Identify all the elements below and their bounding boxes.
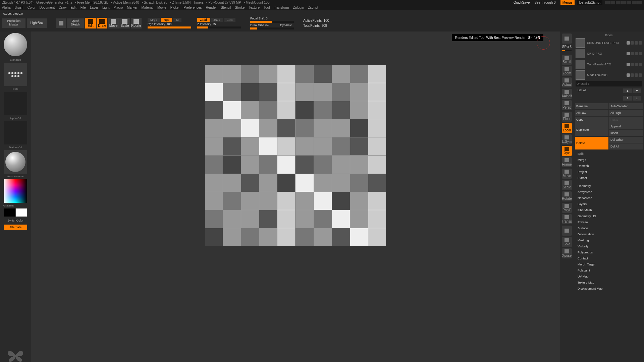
rotate-button[interactable]: Rotate: [562, 191, 572, 201]
zsub-button[interactable]: Zsub: [211, 18, 223, 22]
subtool-toggles[interactable]: [627, 41, 642, 45]
move-bottom-icon[interactable]: ⤓: [633, 96, 641, 101]
draw-size-slider[interactable]: [250, 27, 294, 29]
z-intensity-slider[interactable]: [197, 26, 241, 28]
panel-deformation[interactable]: Deformation: [575, 231, 643, 237]
insert-button[interactable]: Insert: [609, 130, 643, 136]
project-button[interactable]: Project: [575, 169, 643, 175]
list-all-button[interactable]: List All: [576, 88, 586, 93]
menu-picker[interactable]: Picker: [170, 6, 180, 9]
draw-size-value[interactable]: 64: [265, 23, 269, 27]
actual-button[interactable]: Actual: [562, 77, 572, 87]
menu-document[interactable]: Document: [40, 6, 55, 9]
see-through-slider[interactable]: See-through 0: [534, 1, 555, 4]
subtool-row[interactable]: GRID-PRO: [575, 48, 643, 59]
stroke-thumbnail[interactable]: [4, 63, 27, 86]
rotate-button[interactable]: Rotate: [131, 18, 142, 28]
menu-zscript[interactable]: Zscript: [308, 6, 318, 9]
aahalf-button[interactable]: AAHalf: [562, 89, 572, 99]
xyz-button[interactable]: Xyz: [562, 146, 572, 156]
window-icon[interactable]: [627, 1, 631, 4]
extract-button[interactable]: Extract: [575, 175, 643, 181]
menu-brush[interactable]: Brush: [15, 6, 23, 9]
move-up-icon[interactable]: ▲: [623, 88, 632, 93]
rgb-intensity-value[interactable]: 100: [167, 22, 172, 26]
menu-alpha[interactable]: Alpha: [2, 6, 11, 9]
duplicate-button[interactable]: Duplicate: [575, 123, 608, 136]
menu-file[interactable]: File: [80, 6, 86, 9]
panel-layers[interactable]: Layers: [575, 201, 643, 207]
delete-button[interactable]: Delete: [575, 137, 608, 149]
menu-stencil[interactable]: Stencil: [221, 6, 231, 9]
panel-geometry-hd[interactable]: Geometry HD: [575, 213, 643, 219]
zadd-button[interactable]: Zadd: [197, 18, 210, 22]
menu-zplugin[interactable]: Zplugin: [293, 6, 304, 9]
panel-masking[interactable]: Masking: [575, 237, 643, 243]
del-other-button[interactable]: Del Other: [609, 137, 643, 143]
focal-shift-value[interactable]: 0: [266, 17, 268, 20]
merge-button[interactable]: Merge: [575, 157, 643, 163]
move-top-icon[interactable]: ⤒: [623, 96, 632, 101]
menu-stroke[interactable]: Stroke: [235, 6, 245, 9]
material-thumbnail[interactable]: [4, 150, 27, 174]
window-icon[interactable]: [621, 1, 626, 4]
move-button[interactable]: Move: [562, 169, 572, 179]
window-icon[interactable]: [616, 1, 621, 4]
panel-fibermesh[interactable]: FiberMesh: [575, 207, 643, 213]
panel-polypaint[interactable]: Polypaint: [575, 267, 643, 274]
paste-button[interactable]: Paste: [609, 117, 643, 123]
menus-toggle[interactable]: Menus: [560, 0, 575, 5]
remesh-button[interactable]: Remesh: [575, 163, 643, 169]
move-down-icon[interactable]: ▼: [633, 88, 641, 93]
copy-button[interactable]: Copy: [575, 117, 608, 123]
menu-edit[interactable]: Edit: [71, 6, 76, 9]
lightbox-button[interactable]: LightBox: [27, 18, 47, 28]
rgb-intensity-slider[interactable]: [148, 26, 191, 28]
menu-material[interactable]: Material: [142, 6, 154, 9]
autoreorder-button[interactable]: AutoReorder: [609, 103, 643, 109]
spix-label[interactable]: SPix 3: [562, 45, 572, 49]
solo-button[interactable]: Solo: [562, 237, 572, 247]
scale-button[interactable]: Scale: [562, 180, 572, 190]
spix-slider[interactable]: [562, 50, 572, 51]
panel-geometry[interactable]: Geometry: [575, 183, 643, 189]
panel-polygroups[interactable]: Polygroups: [575, 249, 643, 255]
menu-light[interactable]: Light: [102, 6, 110, 9]
mrgb-button[interactable]: Mrgb: [148, 18, 160, 22]
color-picker[interactable]: [4, 179, 27, 203]
rgb-button[interactable]: Rgb: [161, 18, 172, 22]
subtool-toggles[interactable]: [627, 73, 642, 77]
persp-button[interactable]: Persp: [562, 100, 572, 110]
frame-button[interactable]: Frame: [562, 157, 572, 167]
menu-transform[interactable]: Transform: [274, 6, 289, 9]
menu-render[interactable]: Render: [206, 6, 217, 9]
primary-color-swatch[interactable]: [16, 208, 27, 217]
projection-master-button[interactable]: Projection Master: [2, 18, 25, 28]
window-icon[interactable]: [632, 1, 637, 4]
sketch-icon[interactable]: [56, 18, 66, 28]
dynamic-label[interactable]: Dynamic: [280, 23, 292, 27]
edit-button[interactable]: Edit: [85, 18, 96, 28]
brush-thumbnail[interactable]: [4, 33, 27, 56]
all-high-button[interactable]: All High: [609, 110, 643, 116]
panel-uv-map[interactable]: UV Map: [575, 274, 643, 280]
xpose-button[interactable]: Xpose: [562, 248, 572, 258]
rename-button[interactable]: Rename: [575, 103, 608, 109]
zcut-button[interactable]: Zcut: [224, 18, 236, 22]
subtool-toggles[interactable]: [627, 52, 642, 55]
menu-movie[interactable]: Movie: [157, 6, 166, 9]
switch-color-button[interactable]: SwitchColor: [4, 218, 27, 223]
scale-button[interactable]: Scale: [119, 18, 130, 28]
window-icon[interactable]: [610, 1, 615, 4]
zoom-button[interactable]: Zoom: [562, 66, 572, 76]
panel-nanomesh[interactable]: NanoMesh: [575, 195, 643, 201]
alpha-thumbnail[interactable]: [4, 92, 27, 115]
subtool-row[interactable]: Tech-Panels-PRO: [575, 59, 643, 70]
subtool-thumbnail[interactable]: [576, 70, 585, 80]
menu-tool[interactable]: Tool: [264, 6, 270, 9]
split-button[interactable]: Split: [575, 151, 643, 157]
scroll-button[interactable]: Scroll: [562, 55, 572, 65]
menu-draw[interactable]: Draw: [59, 6, 66, 9]
subtool-row[interactable]: Medallion-PRO: [575, 70, 643, 80]
subtool-thumbnail[interactable]: [576, 38, 585, 48]
